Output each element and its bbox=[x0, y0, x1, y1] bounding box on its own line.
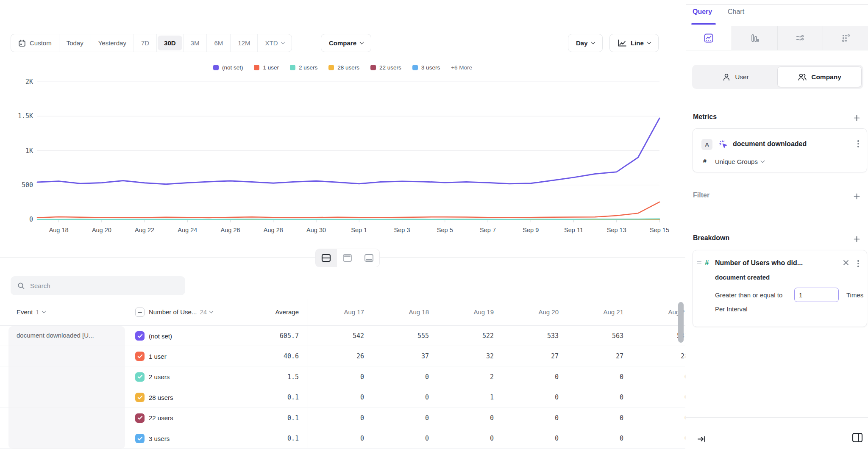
x-axis-label: Aug 28 bbox=[264, 227, 283, 233]
data-value-cell: 2 bbox=[437, 367, 502, 387]
split-view-icon bbox=[321, 254, 331, 262]
data-value-cell: 0 bbox=[373, 387, 437, 407]
metric-card[interactable]: A document downloaded # Unique Groups bbox=[693, 128, 867, 172]
interval-dropdown[interactable]: Day bbox=[568, 34, 603, 52]
scope-company-button[interactable]: Company bbox=[777, 67, 862, 87]
x-axis-label: Aug 26 bbox=[221, 227, 240, 233]
series-checkbox[interactable] bbox=[135, 434, 145, 443]
chart-type-flow-button[interactable] bbox=[778, 26, 823, 50]
chevron-down-icon bbox=[42, 309, 46, 313]
table-row[interactable]: (not set)605.7542555522533563531 bbox=[0, 326, 685, 346]
add-filter-button[interactable] bbox=[852, 191, 861, 201]
chevron-down-icon bbox=[209, 309, 214, 313]
chart-type-dropdown[interactable]: Line bbox=[609, 34, 659, 52]
x-axis-label: Aug 20 bbox=[92, 227, 111, 233]
check-icon bbox=[137, 395, 143, 400]
layout-table-only-button[interactable] bbox=[358, 249, 379, 267]
tab-chart[interactable]: Chart bbox=[728, 8, 744, 16]
toggle-side-panel-button[interactable] bbox=[851, 432, 863, 445]
layout-split-button[interactable] bbox=[316, 249, 337, 267]
close-icon[interactable] bbox=[843, 260, 849, 267]
range-12m-button[interactable]: 12M bbox=[231, 34, 258, 52]
data-value-cell: 32 bbox=[437, 346, 502, 366]
line-chart[interactable]: 05001K1.5K2KAug 18Aug 20Aug 22Aug 24Aug … bbox=[0, 59, 685, 241]
series-checkbox[interactable] bbox=[135, 352, 145, 361]
average-value: 1.5 bbox=[229, 367, 299, 387]
data-value-cell: 0 bbox=[437, 408, 502, 428]
active-tab-underline bbox=[691, 23, 716, 25]
x-axis-label: Sep 9 bbox=[523, 227, 539, 233]
breakdown-card[interactable]: # Number of Users who did... document cr… bbox=[693, 250, 867, 327]
series-column-header[interactable]: Number of Use... 24 bbox=[149, 299, 213, 325]
x-axis-label: Aug 30 bbox=[306, 227, 326, 233]
compare-button[interactable]: Compare bbox=[321, 34, 371, 52]
series-label[interactable]: 3 users bbox=[149, 428, 170, 449]
collapse-panel-button[interactable] bbox=[697, 435, 706, 444]
date-column-header: Aug 21 bbox=[567, 299, 632, 325]
range-7d-button[interactable]: 7D bbox=[134, 34, 157, 52]
series-label[interactable]: (not set) bbox=[149, 326, 172, 346]
bar-chart-icon bbox=[749, 33, 760, 43]
chevron-down-icon bbox=[647, 40, 651, 44]
date-column-header: Aug 17 bbox=[308, 299, 373, 325]
table-row[interactable]: 28 users0.1001000 bbox=[0, 387, 685, 407]
breakdown-value-input[interactable] bbox=[794, 288, 839, 302]
add-metric-button[interactable] bbox=[852, 113, 861, 122]
add-breakdown-button[interactable] bbox=[852, 234, 861, 244]
chart-type-grid-button[interactable] bbox=[823, 26, 868, 50]
metric-name[interactable]: document downloaded bbox=[733, 140, 807, 148]
plus-icon bbox=[854, 115, 860, 121]
series-checkbox[interactable] bbox=[135, 372, 145, 382]
side-panel-icon bbox=[851, 432, 863, 443]
breakdown-property-name[interactable]: Number of Users who did... bbox=[715, 259, 842, 267]
table-row[interactable]: 1 user40.6263732272728 bbox=[0, 346, 685, 366]
data-value-cell: 522 bbox=[437, 326, 502, 346]
series-checkbox[interactable] bbox=[135, 393, 145, 402]
series-checkbox[interactable] bbox=[135, 413, 145, 423]
event-column-header[interactable]: Event 1 bbox=[17, 299, 45, 325]
series-checkbox[interactable] bbox=[135, 331, 145, 341]
top-panel-icon bbox=[342, 254, 352, 262]
breakdown-event-name[interactable]: document created bbox=[715, 274, 770, 281]
breakdown-menu-button[interactable] bbox=[855, 260, 861, 267]
number-property-icon: # bbox=[705, 259, 709, 267]
date-column-header: Aug 19 bbox=[437, 299, 502, 325]
metric-menu-button[interactable] bbox=[855, 140, 861, 147]
date-range-group: Custom Today Yesterday 7D 30D 3M 6M 12M … bbox=[11, 34, 292, 52]
layout-chart-only-button[interactable] bbox=[337, 249, 358, 267]
chart-type-line-button[interactable] bbox=[686, 26, 732, 50]
series-label[interactable]: 22 users bbox=[149, 408, 173, 428]
scope-user-button[interactable]: User bbox=[694, 67, 777, 87]
series-label[interactable]: 2 users bbox=[149, 367, 170, 387]
panel-bottom-bar bbox=[686, 417, 868, 449]
company-icon bbox=[798, 73, 807, 81]
metrics-section-title: Metrics bbox=[693, 113, 717, 121]
range-today-button[interactable]: Today bbox=[59, 34, 91, 52]
range-xtd-button[interactable]: XTD bbox=[258, 34, 292, 52]
search-input[interactable] bbox=[30, 282, 174, 289]
check-icon bbox=[137, 374, 143, 379]
table-scrollbar-thumb[interactable] bbox=[678, 302, 684, 343]
tab-query[interactable]: Query bbox=[693, 8, 712, 16]
x-axis-label: Sep 5 bbox=[437, 227, 453, 233]
chevron-down-icon bbox=[760, 159, 765, 163]
data-value-cell: 0 bbox=[632, 367, 685, 387]
data-value-cell: 0 bbox=[632, 408, 685, 428]
range-3m-button[interactable]: 3M bbox=[183, 34, 207, 52]
select-all-checkbox[interactable] bbox=[135, 308, 145, 317]
range-6m-button[interactable]: 6M bbox=[207, 34, 231, 52]
range-30d-button[interactable]: 30D bbox=[158, 36, 182, 50]
range-yesterday-button[interactable]: Yesterday bbox=[91, 34, 134, 52]
range-custom-button[interactable]: Custom bbox=[11, 34, 59, 52]
series-label[interactable]: 28 users bbox=[149, 387, 173, 407]
chart-type-bar-button[interactable] bbox=[732, 26, 778, 50]
search-box[interactable] bbox=[11, 276, 185, 295]
aggregation-dropdown[interactable]: Unique Groups bbox=[715, 158, 764, 165]
table-row[interactable]: 22 users0.1000000 bbox=[0, 408, 685, 428]
table-row[interactable]: 3 users0.1000000 bbox=[0, 428, 685, 449]
scope-segmented-control: User Company bbox=[692, 65, 863, 89]
drag-handle-icon[interactable] bbox=[697, 261, 701, 264]
table-row[interactable]: 2 users1.5002000 bbox=[0, 367, 685, 387]
series-label[interactable]: 1 user bbox=[149, 346, 167, 366]
data-value-cell: 0 bbox=[437, 428, 502, 449]
